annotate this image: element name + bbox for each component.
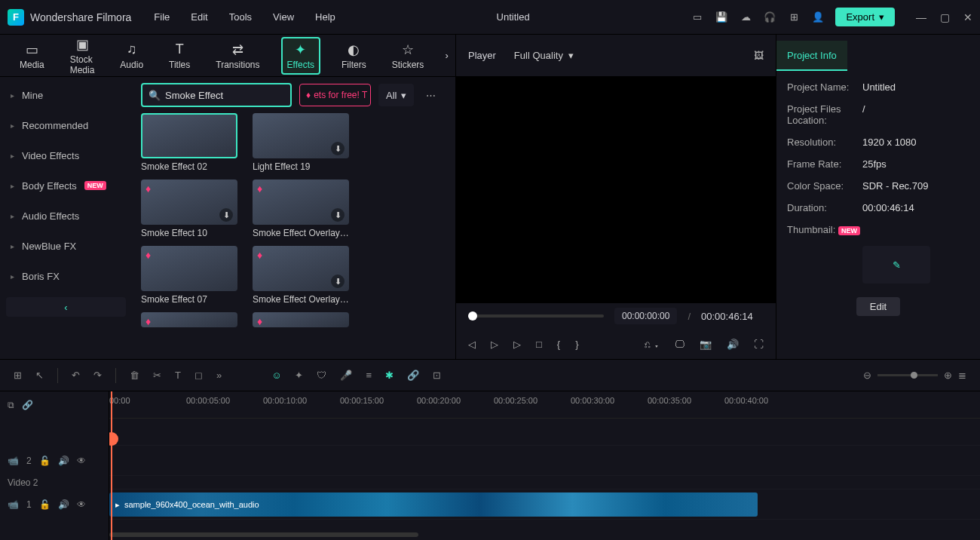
- grid-icon[interactable]: ⊞: [14, 370, 22, 381]
- prev-icon[interactable]: ◁: [468, 339, 476, 350]
- project-info-tab[interactable]: Project Info: [776, 41, 847, 71]
- mark-out-icon[interactable]: }: [575, 339, 578, 350]
- zoom-fit-icon[interactable]: ≣: [958, 370, 966, 381]
- track-header-video1[interactable]: 📹1 🔓 🔊 👁: [0, 489, 109, 520]
- sidebar-collapse-button[interactable]: ‹: [6, 297, 126, 317]
- expand-icon[interactable]: ⊡: [433, 370, 441, 381]
- more-options-button[interactable]: ⋯: [421, 90, 440, 101]
- scrub-knob[interactable]: [468, 311, 477, 321]
- cloud-icon[interactable]: ☁: [739, 11, 752, 24]
- sidebar-item-boris-fx[interactable]: ▸Boris FX: [0, 261, 132, 291]
- link-toggle-icon[interactable]: 🔗: [22, 400, 33, 410]
- timeline-ruler[interactable]: 00:0000:00:05:0000:00:10:0000:00:15:0000…: [109, 391, 980, 419]
- edit-button[interactable]: Edit: [856, 297, 900, 316]
- eye-icon[interactable]: 👁: [77, 499, 86, 510]
- sidebar-item-video-effects[interactable]: ▸Video Effects: [0, 140, 132, 170]
- step-fwd-icon[interactable]: ▷: [513, 339, 521, 350]
- player-viewport[interactable]: [456, 77, 776, 303]
- undo-icon[interactable]: ↶: [72, 370, 80, 381]
- zoom-slider[interactable]: [877, 374, 938, 376]
- menu-tools[interactable]: Tools: [229, 11, 252, 23]
- menu-help[interactable]: Help: [315, 11, 335, 23]
- track-header-video2[interactable]: 📹2 🔓 🔊 👁: [0, 446, 109, 476]
- menu-file[interactable]: File: [154, 11, 170, 23]
- sidebar-item-audio-effects[interactable]: ▸Audio Effects: [0, 201, 132, 231]
- track-video2[interactable]: [109, 446, 980, 476]
- mute-icon[interactable]: 🔊: [58, 456, 69, 466]
- menu-view[interactable]: View: [273, 11, 294, 23]
- effect-thumb[interactable]: ⬇Light Effect 19: [253, 113, 349, 172]
- scrub-bar[interactable]: [468, 314, 604, 318]
- effect-thumb[interactable]: ♦⬇Smoke Effect Overlays...: [253, 246, 349, 305]
- tab-media[interactable]: ▭Media: [15, 38, 49, 73]
- lock-icon[interactable]: 🔓: [39, 456, 51, 466]
- account-icon[interactable]: 👤: [811, 11, 825, 24]
- mark-in-icon[interactable]: {: [557, 339, 560, 350]
- promo-button[interactable]: ♦ets for free! T: [299, 84, 371, 106]
- download-icon[interactable]: ⬇: [331, 142, 345, 155]
- sidebar-item-body-effects[interactable]: ▸Body EffectsNEW: [0, 170, 132, 201]
- apps-icon[interactable]: ⊞: [787, 11, 801, 24]
- track-video1[interactable]: ▸ sample_960x400_ocean_with_audio: [109, 489, 980, 520]
- delete-icon[interactable]: 🗑: [130, 370, 139, 381]
- timeline-clip[interactable]: ▸ sample_960x400_ocean_with_audio: [109, 492, 758, 517]
- camera-icon[interactable]: 📷: [700, 339, 712, 350]
- compare-icon[interactable]: ⎌ ▾: [645, 339, 660, 350]
- timeline-tracks[interactable]: 00:0000:00:05:0000:00:10:0000:00:15:0000…: [109, 391, 980, 540]
- effect-thumb[interactable]: ♦: [253, 312, 349, 327]
- effect-thumb[interactable]: Smoke Effect 02: [141, 113, 237, 172]
- cursor-icon[interactable]: ↖: [35, 370, 44, 381]
- save-icon[interactable]: 💾: [715, 11, 728, 24]
- tab-stickers[interactable]: ☆Stickers: [387, 38, 429, 73]
- effect-thumb[interactable]: ♦Smoke Effect 07: [141, 246, 237, 305]
- tab-effects[interactable]: ✦Effects: [281, 37, 320, 75]
- headset-icon[interactable]: 🎧: [763, 11, 776, 24]
- cut-icon[interactable]: ✂: [153, 370, 161, 381]
- subtitle-icon[interactable]: ≡: [366, 370, 372, 381]
- sidebar-item-recommended[interactable]: ▸Recommended: [0, 110, 132, 140]
- effect-thumb[interactable]: ♦⬇Smoke Effect 10: [141, 179, 237, 238]
- volume-icon[interactable]: 🔊: [727, 339, 739, 350]
- zoom-out-icon[interactable]: ⊖: [863, 370, 871, 381]
- mic-icon[interactable]: 🎤: [340, 370, 352, 381]
- shield-icon[interactable]: 🛡: [317, 370, 326, 381]
- export-button[interactable]: Export▾: [835, 8, 895, 26]
- download-icon[interactable]: ⬇: [331, 208, 345, 222]
- lock-icon[interactable]: 🔓: [39, 499, 51, 510]
- tab-transitions[interactable]: ⇄Transitions: [211, 38, 264, 73]
- stop-icon[interactable]: □: [536, 339, 542, 350]
- monitor-icon[interactable]: ▭: [691, 11, 704, 24]
- filter-dropdown[interactable]: All▾: [378, 84, 414, 106]
- snapshot-icon[interactable]: 🖼: [754, 50, 764, 61]
- thumbnail-preview[interactable]: ✎: [862, 246, 930, 284]
- effect-thumb[interactable]: ♦: [141, 312, 237, 327]
- timeline-scrollbar[interactable]: [109, 532, 980, 538]
- sidebar-item-newblue-fx[interactable]: ▸NewBlue FX: [0, 231, 132, 261]
- more-tools-icon[interactable]: »: [216, 370, 222, 381]
- minimize-button[interactable]: —: [916, 11, 926, 23]
- redo-icon[interactable]: ↷: [93, 370, 102, 381]
- maximize-button[interactable]: ▢: [940, 11, 950, 23]
- fullscreen-icon[interactable]: ⛶: [754, 339, 764, 350]
- crop-icon[interactable]: ◻: [194, 370, 203, 381]
- sparkle-icon[interactable]: ✦: [295, 370, 303, 381]
- play-icon[interactable]: ▷: [491, 339, 498, 350]
- zoom-in-icon[interactable]: ⊕: [944, 370, 952, 381]
- search-input[interactable]: 🔍: [141, 83, 292, 107]
- marker-icon[interactable]: ✱: [385, 370, 394, 381]
- tab-titles[interactable]: TTitles: [164, 38, 194, 73]
- eye-icon[interactable]: 👁: [77, 456, 86, 466]
- tabs-overflow-icon[interactable]: ›: [445, 50, 448, 61]
- quality-dropdown[interactable]: Full Quality ▾: [508, 47, 596, 64]
- menu-edit[interactable]: Edit: [191, 11, 207, 23]
- tab-audio[interactable]: ♫Audio: [115, 38, 148, 73]
- download-icon[interactable]: ⬇: [331, 275, 345, 288]
- mute-icon[interactable]: 🔊: [58, 499, 69, 510]
- download-icon[interactable]: ⬇: [219, 208, 233, 222]
- tab-filters[interactable]: ◐Filters: [337, 38, 371, 73]
- sidebar-item-mine[interactable]: ▸Mine: [0, 80, 132, 110]
- tab-stock-media[interactable]: ▣Stock Media: [66, 33, 100, 78]
- text-icon[interactable]: T: [175, 370, 181, 381]
- link-icon[interactable]: 🔗: [407, 370, 419, 381]
- effect-thumb[interactable]: ♦⬇Smoke Effect Overlays...: [253, 179, 349, 238]
